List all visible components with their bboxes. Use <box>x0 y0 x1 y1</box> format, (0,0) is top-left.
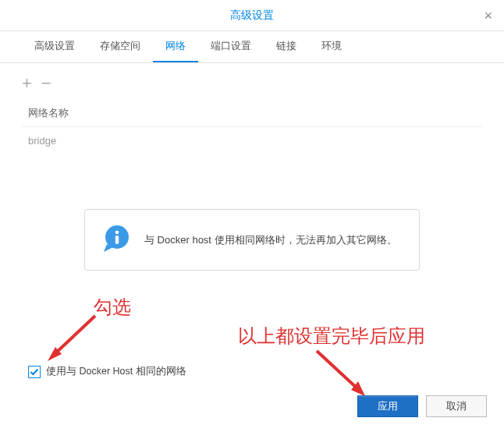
remove-icon[interactable]: − <box>41 75 51 92</box>
checkbox-icon <box>28 366 41 378</box>
annotation-apply-hint: 以上都设置完毕后应用 <box>238 324 425 349</box>
info-icon <box>102 224 132 256</box>
tab-bar: 高级设置 存储空间 网络 端口设置 链接 环境 <box>0 31 504 63</box>
cancel-button[interactable]: 取消 <box>426 395 487 417</box>
tab-storage[interactable]: 存储空间 <box>87 31 153 62</box>
button-row: 应用 取消 <box>357 395 487 417</box>
tab-network[interactable]: 网络 <box>153 31 198 62</box>
arrow-icon <box>311 347 373 402</box>
table-header-network-name: 网络名称 <box>22 100 482 127</box>
toolbar: + − <box>22 63 482 100</box>
tab-environment[interactable]: 环境 <box>309 31 354 62</box>
tab-ports[interactable]: 端口设置 <box>198 31 264 62</box>
dialog-header: 高级设置 × <box>0 0 504 31</box>
tab-links[interactable]: 链接 <box>264 31 309 62</box>
add-icon[interactable]: + <box>22 75 32 92</box>
svg-rect-2 <box>115 236 119 244</box>
checkbox-label: 使用与 Docker Host 相同的网络 <box>46 365 186 378</box>
content-area: + − 网络名称 bridge 与 Docker host 使用相同网络时，无法… <box>0 63 504 286</box>
info-text: 与 Docker host 使用相同网络时，无法再加入其它网络。 <box>144 233 397 247</box>
checkbox-use-host-network[interactable]: 使用与 Docker Host 相同的网络 <box>28 365 186 378</box>
close-icon[interactable]: × <box>484 8 492 24</box>
table-row[interactable]: bridge <box>22 127 482 154</box>
tab-advanced[interactable]: 高级设置 <box>22 31 87 62</box>
arrow-icon <box>44 312 103 367</box>
dialog-title: 高级设置 <box>230 9 274 23</box>
svg-point-1 <box>115 231 119 235</box>
info-box: 与 Docker host 使用相同网络时，无法再加入其它网络。 <box>84 209 420 271</box>
